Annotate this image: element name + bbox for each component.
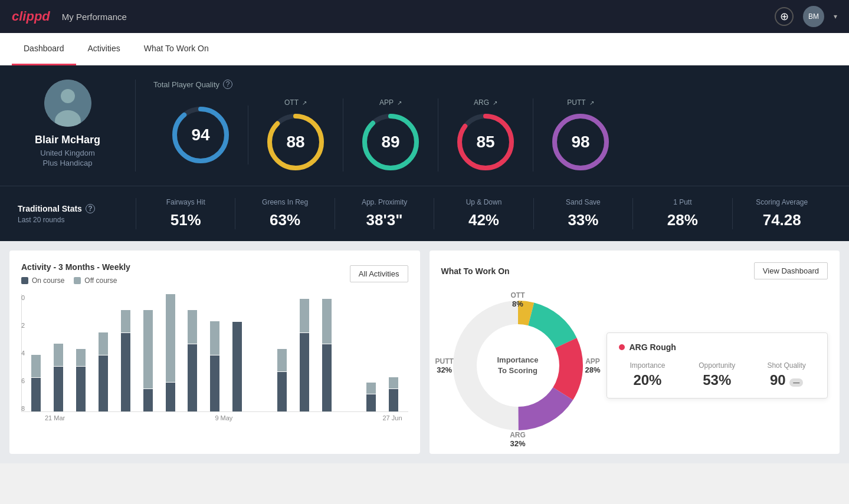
score-circle-putt: 98 — [551, 113, 610, 172]
bar-off — [210, 321, 219, 355]
metric-importance: Importance 20% — [619, 361, 677, 388]
stat-value-scoring: 74.28 — [739, 211, 825, 229]
metric-label-shot-quality: Shot Quality — [758, 361, 815, 370]
metric-opportunity: Opportunity 53% — [688, 361, 746, 388]
bar-off — [54, 344, 63, 366]
stat-sand-save: Sand Save 33% — [533, 198, 632, 229]
tab-what-to-work-on[interactable]: What To Work On — [132, 33, 221, 65]
metric-value-shot-quality: 90 — — [758, 372, 815, 388]
avatar-svg — [44, 80, 91, 127]
stat-scoring-avg: Scoring Average 74.28 — [732, 198, 831, 229]
chart-legend: On course Off course — [21, 276, 130, 285]
bar-group — [272, 294, 291, 411]
stat-label-scoring: Scoring Average — [739, 198, 825, 206]
x-label-may: 9 May — [215, 414, 232, 421]
stat-value-greens: 63% — [241, 211, 328, 229]
bar-group — [384, 294, 404, 411]
bar-group — [228, 294, 247, 411]
bar-off — [300, 299, 309, 332]
bottom-panels: Activity - 3 Months - Weekly On course O… — [0, 241, 849, 463]
bar-off — [99, 332, 108, 355]
bar-off — [188, 310, 197, 344]
bar-on — [322, 344, 332, 411]
score-label-ott: OTT ↗ — [284, 98, 307, 107]
bar-off — [277, 349, 287, 371]
bar-off — [76, 349, 86, 366]
view-dashboard-button[interactable]: View Dashboard — [754, 262, 828, 279]
score-value-ott: 88 — [286, 133, 304, 151]
score-label-arg: ARG ↗ — [474, 98, 497, 107]
score-circle-total: 94 — [171, 106, 230, 164]
chart-area: 8 6 4 2 0 21 Mar 9 May 27 Jun — [21, 294, 408, 424]
score-label-putt: PUTT ↗ — [567, 98, 594, 107]
score-circle-app: 89 — [361, 113, 420, 172]
quality-section: Total Player Quality ? 94 OTT ↗ — [136, 80, 831, 172]
score-circle-ott: 88 — [266, 113, 325, 172]
donut-label-app: APP 28% — [585, 357, 600, 374]
player-name: Blair McHarg — [35, 134, 100, 146]
off-course-label: Off course — [84, 276, 117, 285]
stat-up-down: Up & Down 42% — [434, 198, 533, 229]
header-left: clippd My Performance — [12, 9, 127, 24]
trend-icon-arg: ↗ — [493, 100, 497, 106]
player-handicap: Plus Handicap — [43, 159, 93, 167]
add-button[interactable]: ⊕ — [775, 7, 794, 26]
quality-scores: 94 OTT ↗ 88 AP — [153, 98, 814, 172]
activity-panel-left: Activity - 3 Months - Weekly On course O… — [21, 262, 130, 285]
bar-group — [250, 294, 270, 411]
player-info: Blair McHarg United Kingdom Plus Handica… — [18, 80, 136, 172]
donut-center: ImportanceTo Scoring — [497, 355, 538, 376]
bar-on — [76, 367, 86, 411]
stat-label-up-down: Up & Down — [440, 198, 527, 206]
donut-label-ott: OTT 8% — [511, 291, 525, 308]
bar-group — [205, 294, 225, 411]
bar-on — [166, 383, 175, 412]
metric-label-importance: Importance — [619, 361, 677, 370]
trad-stats-info-icon[interactable]: ? — [86, 204, 95, 213]
score-circle-arg: 85 — [456, 113, 515, 172]
header-title: My Performance — [62, 12, 127, 22]
shot-quality-badge: — — [789, 378, 803, 387]
bar-on — [389, 389, 398, 411]
donut-label-arg: ARG 32% — [510, 431, 526, 448]
chart-container: 8 6 4 2 0 — [21, 294, 408, 412]
bar-off — [322, 299, 332, 344]
wtw-content: ImportanceTo Scoring OTT 8% APP 28% ARG … — [441, 289, 828, 442]
all-activities-button[interactable]: All Activities — [350, 265, 408, 282]
trend-icon-putt: ↗ — [589, 100, 594, 106]
stat-label-greens: Greens In Reg — [241, 198, 328, 206]
chart-x-labels: 21 Mar 9 May 27 Jun — [21, 412, 408, 421]
stat-value-1putt: 28% — [639, 211, 726, 229]
bar-on — [188, 344, 197, 411]
bar-on — [143, 389, 153, 411]
stat-fairways-hit: Fairways Hit 51% — [136, 198, 235, 229]
info-card-dot — [619, 344, 625, 350]
activity-chart-title: Activity - 3 Months - Weekly — [21, 262, 130, 272]
metric-value-opportunity: 53% — [688, 372, 746, 388]
bar-off — [31, 355, 41, 377]
trad-stats-title: Traditional Stats ? — [18, 204, 136, 213]
on-course-dot — [21, 277, 28, 284]
x-label-jun: 27 Jun — [382, 414, 402, 421]
stat-label-app-prox: App. Proximity — [341, 198, 428, 206]
legend-on-course: On course — [21, 276, 64, 285]
traditional-stats: Traditional Stats ? Last 20 rounds Fairw… — [0, 186, 849, 241]
bar-group — [116, 294, 135, 411]
donut-center-text: ImportanceTo Scoring — [497, 355, 538, 376]
bar-group — [160, 294, 180, 411]
stat-value-fairways: 51% — [142, 211, 229, 229]
trend-icon-app: ↗ — [397, 100, 402, 106]
tab-dashboard[interactable]: Dashboard — [12, 33, 76, 65]
stat-1-putt: 1 Putt 28% — [632, 198, 732, 229]
activity-panel: Activity - 3 Months - Weekly On course O… — [9, 251, 420, 454]
bar-group — [317, 294, 336, 411]
donut-chart-area: ImportanceTo Scoring OTT 8% APP 28% ARG … — [441, 289, 595, 442]
quality-info-icon[interactable]: ? — [223, 80, 232, 89]
tab-nav: Dashboard Activities What To Work On — [0, 33, 849, 65]
stat-value-app-prox: 38'3" — [341, 211, 428, 229]
tab-activities[interactable]: Activities — [76, 33, 132, 65]
avatar-button[interactable]: BM — [803, 6, 824, 27]
bar-on — [31, 378, 41, 411]
bar-off — [366, 383, 376, 394]
quality-title: Total Player Quality ? — [153, 80, 814, 89]
